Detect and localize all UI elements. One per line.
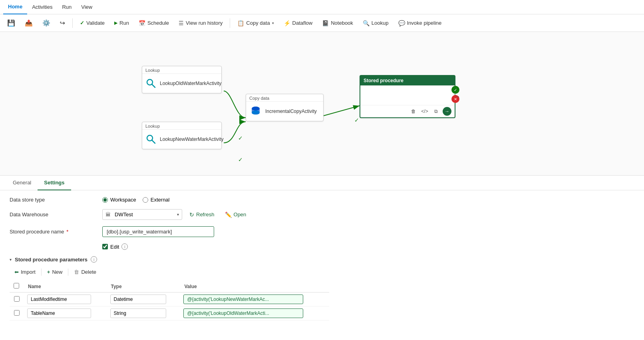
- col-value-header: Value: [180, 281, 329, 293]
- stored-proc-name-label: Stored procedure name *: [10, 229, 97, 235]
- node-check-icon[interactable]: ✓: [451, 86, 459, 94]
- params-section-label: Stored procedure parameters: [15, 257, 87, 263]
- refresh-label: Refresh: [196, 212, 215, 217]
- param-toolbar-divider-2: [68, 269, 68, 276]
- history-label: View run history: [186, 20, 223, 26]
- node-copy-button[interactable]: ⧉: [431, 107, 440, 116]
- refresh-button[interactable]: ↻ Refresh: [186, 210, 218, 219]
- run-icon: ▶: [114, 20, 117, 26]
- external-label: External: [151, 197, 170, 203]
- row1-value-input[interactable]: [183, 295, 303, 304]
- open-icon: ✏️: [225, 212, 232, 218]
- node-go-button[interactable]: →: [443, 107, 451, 116]
- dataflow-button[interactable]: ⚡ Dataflow: [280, 18, 317, 28]
- row1-type-select[interactable]: Datetime: [110, 295, 166, 304]
- publish-button[interactable]: 📤: [21, 18, 37, 28]
- import-button[interactable]: ⬅ Import: [10, 267, 40, 277]
- menu-item-home[interactable]: Home: [3, 0, 27, 14]
- lookup2-header: Lookup: [142, 122, 221, 130]
- stored-proc-header: Stored procedure: [360, 76, 455, 86]
- validate-button[interactable]: ✓ Validate: [76, 18, 109, 28]
- row1-name-input[interactable]: [27, 295, 91, 304]
- data-store-radio-group: Workspace External: [102, 197, 170, 203]
- row2-value-input[interactable]: [183, 308, 303, 318]
- open-button[interactable]: ✏️ Open: [222, 210, 250, 219]
- save-button[interactable]: 💾: [3, 18, 19, 28]
- lookup1-node[interactable]: Lookup LookupOldWaterMarkActivity: [142, 66, 222, 93]
- invoke-pipeline-button[interactable]: 💬 Invoke pipeline: [394, 18, 446, 28]
- radio-external[interactable]: External: [143, 197, 170, 203]
- dataflow-label: Dataflow: [292, 20, 313, 26]
- params-table: Name Type Value Datetime: [10, 281, 329, 320]
- import-label: Import: [21, 269, 36, 275]
- schedule-button[interactable]: 📅 Schedule: [135, 18, 173, 28]
- tab-general[interactable]: General: [6, 176, 38, 190]
- data-warehouse-value: 🏛 DWTest ▾ ↻ Refresh ✏️ Open: [102, 209, 634, 220]
- row2-type-select[interactable]: String: [110, 308, 166, 318]
- radio-workspace[interactable]: Workspace: [102, 197, 136, 203]
- edit-label: Edit: [110, 244, 119, 250]
- menu-item-activities[interactable]: Activities: [27, 0, 57, 14]
- row2-name-input[interactable]: [27, 308, 91, 318]
- stored-proc-name-input[interactable]: [102, 226, 214, 237]
- edit-info-icon[interactable]: i: [121, 243, 128, 250]
- new-param-button[interactable]: + New: [42, 267, 68, 277]
- delete-param-button[interactable]: 🗑 Delete: [69, 267, 101, 277]
- lookup2-icon: [145, 133, 157, 146]
- required-asterisk: *: [66, 229, 68, 235]
- undo-button[interactable]: ↩: [56, 18, 69, 28]
- select-all-checkbox[interactable]: [14, 283, 19, 289]
- settings-panel: Data store type Workspace External Data …: [0, 190, 644, 327]
- settings-button[interactable]: ⚙️: [38, 18, 54, 28]
- notebook-label: Notebook: [331, 20, 353, 26]
- menu-item-run[interactable]: Run: [57, 0, 76, 14]
- copydata-icon: [249, 105, 262, 118]
- copydata-node[interactable]: Copy data IncrementalCopyActivity: [246, 94, 324, 121]
- toolbar: 💾 📤 ⚙️ ↩ ✓ Validate ▶ Run 📅 Schedule ☰ V…: [0, 14, 644, 32]
- open-label: Open: [234, 212, 246, 217]
- copy-data-button[interactable]: 📋 Copy data ▾: [233, 18, 278, 28]
- stored-proc-node[interactable]: Stored procedure StoredProceduretoWriteW…: [360, 75, 455, 118]
- undo-icon: ↩: [60, 19, 65, 27]
- radio-external-input[interactable]: [143, 197, 148, 203]
- edit-checkbox[interactable]: [102, 244, 108, 249]
- stored-proc-name: StoredProceduretoWriteWatermarkA...: [379, 93, 461, 98]
- node-code-button[interactable]: </>: [420, 107, 429, 116]
- data-store-type-value: Workspace External: [102, 197, 634, 203]
- run-button[interactable]: ▶ Run: [110, 18, 133, 28]
- menu-item-view[interactable]: View: [76, 0, 97, 14]
- schedule-icon: 📅: [139, 20, 145, 26]
- lookup2-name: LookupNewWaterMarkActivity: [160, 136, 224, 142]
- node-delete-button[interactable]: 🗑: [409, 107, 418, 116]
- tab-settings[interactable]: Settings: [38, 176, 71, 190]
- copydata-header: Copy data: [246, 94, 323, 102]
- copydata-body: IncrementalCopyActivity: [246, 102, 323, 121]
- data-store-type-row: Data store type Workspace External: [10, 197, 634, 203]
- row2-checkbox[interactable]: [14, 310, 20, 316]
- lookup-button[interactable]: 🔍 Lookup: [359, 18, 393, 28]
- row1-checkbox[interactable]: [14, 296, 20, 302]
- col-type-header: Type: [107, 281, 181, 293]
- row1-type-cell: Datetime: [107, 293, 181, 306]
- radio-workspace-input[interactable]: [102, 197, 108, 203]
- lookup-label: Lookup: [372, 20, 389, 26]
- stored-proc-body: StoredProceduretoWriteWatermarkA...: [360, 86, 455, 105]
- copy-data-dropdown-icon: ▾: [272, 21, 274, 25]
- params-section-header[interactable]: ▾ Stored procedure parameters i: [10, 256, 634, 263]
- delete-label: Delete: [81, 269, 96, 275]
- lookup2-node[interactable]: Lookup LookupNewWaterMarkActivity: [142, 122, 222, 149]
- bottom-panel: General Settings Data store type Workspa…: [0, 176, 644, 340]
- connector-check-1: ✓: [238, 135, 243, 141]
- lookup1-body: LookupOldWaterMarkActivity: [142, 74, 221, 93]
- toolbar-divider-2: [230, 18, 230, 28]
- new-label: New: [52, 269, 62, 275]
- params-toolbar: ⬅ Import + New 🗑 Delete: [10, 267, 634, 277]
- params-info-icon[interactable]: i: [91, 256, 97, 263]
- settings-icon: ⚙️: [42, 19, 50, 27]
- run-label: Run: [119, 20, 129, 26]
- data-warehouse-select[interactable]: DWTest: [102, 209, 182, 220]
- view-run-history-button[interactable]: ☰ View run history: [175, 18, 227, 28]
- save-icon: 💾: [7, 19, 15, 27]
- notebook-button[interactable]: 📓 Notebook: [318, 18, 357, 28]
- pipeline-canvas[interactable]: ✓ ✓ ✓ Lookup LookupOldWaterMarkActivity …: [0, 32, 644, 176]
